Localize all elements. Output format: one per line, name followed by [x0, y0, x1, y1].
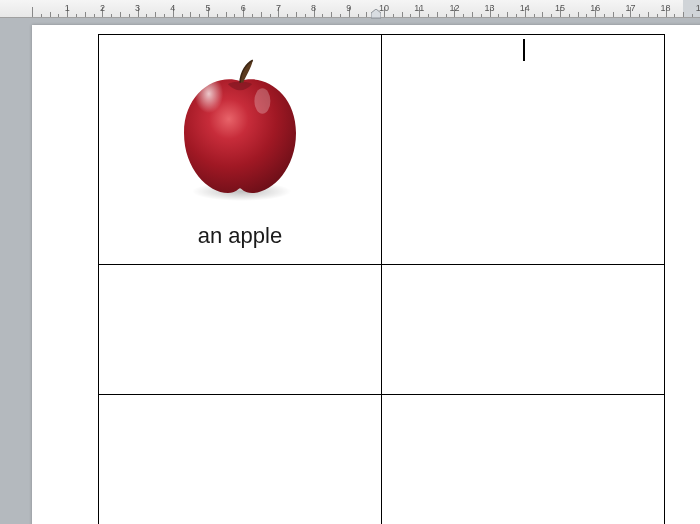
table-cell[interactable] [382, 395, 665, 525]
document-table[interactable]: an apple [98, 34, 665, 524]
ruler-number: 16 [590, 3, 600, 13]
ruler-number: 14 [520, 3, 530, 13]
ruler-number: 18 [661, 3, 671, 13]
apple-image[interactable] [155, 39, 325, 219]
text-cursor [523, 39, 525, 61]
ruler-number: 6 [241, 3, 246, 13]
table-row [99, 395, 665, 525]
ruler-number: 7 [276, 3, 281, 13]
table-row [99, 265, 665, 395]
ruler-number: 2 [100, 3, 105, 13]
ruler-number: 5 [205, 3, 210, 13]
table-cell[interactable]: an apple [99, 35, 382, 265]
document-workspace: an apple [0, 18, 700, 524]
cell-content: an apple [99, 35, 381, 264]
cell-caption[interactable]: an apple [198, 223, 282, 249]
document-page[interactable]: an apple [32, 25, 700, 524]
ruler-number: 11 [414, 3, 424, 13]
ruler-number: 9 [346, 3, 351, 13]
ruler-number: 12 [449, 3, 459, 13]
svg-point-1 [192, 75, 240, 139]
ruler-number: 4 [170, 3, 175, 13]
ruler-number: 19 [696, 3, 700, 13]
table-cell[interactable] [382, 265, 665, 395]
ruler-number: 13 [485, 3, 495, 13]
table-row: an apple [99, 35, 665, 265]
svg-point-2 [254, 88, 270, 114]
ruler-number: 3 [135, 3, 140, 13]
ruler-number: 1 [65, 3, 70, 13]
table-cell[interactable] [382, 35, 665, 265]
table-cell[interactable] [99, 265, 382, 395]
ruler-indent-marker[interactable] [371, 9, 379, 17]
table-cell[interactable] [99, 395, 382, 525]
ruler-number: 8 [311, 3, 316, 13]
horizontal-ruler[interactable]: 12345678910111213141516171819 [0, 0, 700, 18]
ruler-number: 17 [625, 3, 635, 13]
ruler-number: 15 [555, 3, 565, 13]
